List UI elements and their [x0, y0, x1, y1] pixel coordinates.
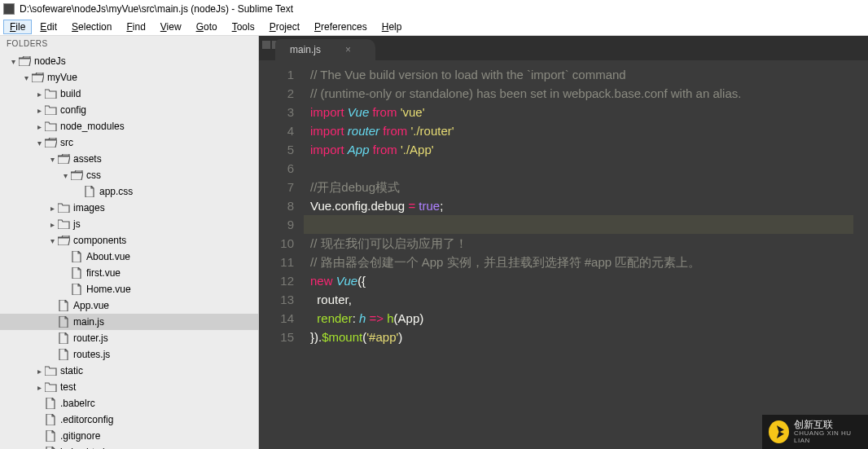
- folder-js[interactable]: ▸js: [0, 216, 258, 232]
- editor-pane: main.js × 123456789101112131415 // The V…: [259, 36, 868, 449]
- folder-test[interactable]: ▸test: [0, 379, 258, 395]
- file-icon: [57, 349, 70, 360]
- folder-icon: [44, 137, 57, 148]
- tree-label: myVue: [47, 72, 77, 83]
- code-line[interactable]: import App from './App': [310, 140, 868, 159]
- tree-label: .gitignore: [60, 430, 100, 442]
- tree-label: main.js: [73, 316, 104, 328]
- folder-components[interactable]: ▾components: [0, 232, 258, 249]
- code-line[interactable]: // (runtime-only or standalone) has been…: [310, 84, 868, 103]
- code-line[interactable]: [310, 159, 868, 178]
- folder-config[interactable]: ▸config: [0, 102, 258, 118]
- folder-static[interactable]: ▸static: [0, 363, 258, 379]
- menu-project[interactable]: Project: [263, 20, 306, 34]
- disclosure-arrow-icon[interactable]: ▸: [34, 383, 44, 392]
- disclosure-arrow-icon[interactable]: ▾: [47, 155, 57, 164]
- minimap[interactable]: [853, 60, 868, 449]
- folder-nodeJs[interactable]: ▾nodeJs: [0, 53, 258, 69]
- code-line[interactable]: Vue.config.debug = true;: [310, 196, 868, 215]
- disclosure-arrow-icon[interactable]: ▾: [47, 236, 57, 245]
- code-line[interactable]: //开启debug模式: [310, 178, 868, 196]
- menu-file[interactable]: File: [3, 20, 32, 34]
- tree-label: node_modules: [60, 121, 125, 132]
- line-gutter: 123456789101112131415: [259, 60, 304, 449]
- tree-label: config: [60, 104, 86, 116]
- file--gitignore[interactable]: .gitignore: [0, 428, 258, 444]
- tab-label: main.js: [290, 44, 321, 55]
- window-titlebar: D:\sofeware\nodeJs\myVue\src\main.js (no…: [0, 0, 868, 18]
- app-icon: [3, 3, 15, 15]
- folder-build[interactable]: ▸build: [0, 86, 258, 102]
- tab-bar: main.js ×: [259, 36, 868, 60]
- tree-label: images: [73, 202, 105, 213]
- disclosure-arrow-icon[interactable]: ▾: [60, 171, 70, 180]
- disclosure-arrow-icon[interactable]: ▾: [8, 57, 18, 66]
- menu-preferences[interactable]: Preferences: [308, 20, 374, 34]
- menu-view[interactable]: View: [154, 20, 188, 34]
- code-line[interactable]: // 现在我们可以启动应用了！: [310, 234, 868, 253]
- code-line[interactable]: new Vue({: [310, 271, 868, 290]
- file-Home-vue[interactable]: Home.vue: [0, 281, 258, 297]
- menu-find[interactable]: Find: [120, 20, 151, 34]
- folder-assets[interactable]: ▾assets: [0, 151, 258, 167]
- disclosure-arrow-icon[interactable]: ▸: [34, 90, 44, 99]
- menu-goto[interactable]: Goto: [190, 20, 224, 34]
- file--editorconfig[interactable]: .editorconfig: [0, 412, 258, 428]
- tree-label: About.vue: [86, 251, 130, 262]
- file-icon: [70, 251, 83, 262]
- code-line[interactable]: render: h => h(App): [310, 309, 868, 328]
- file-icon: [44, 398, 57, 409]
- folder-icon: [70, 169, 83, 181]
- file-icon: [44, 430, 57, 442]
- file-first-vue[interactable]: first.vue: [0, 265, 258, 281]
- disclosure-arrow-icon[interactable]: ▸: [47, 204, 57, 213]
- tree-label: js: [73, 218, 81, 230]
- disclosure-arrow-icon[interactable]: ▾: [34, 139, 44, 147]
- code-line[interactable]: [304, 215, 868, 234]
- code-line[interactable]: import router from './router': [310, 121, 868, 140]
- code-line[interactable]: router,: [310, 290, 868, 309]
- file-About-vue[interactable]: About.vue: [0, 249, 258, 265]
- code-content[interactable]: // The Vue build version to load with th…: [304, 60, 868, 449]
- menu-tools[interactable]: Tools: [226, 20, 261, 34]
- folder-css[interactable]: ▾css: [0, 167, 258, 183]
- folder-src[interactable]: ▾src: [0, 134, 258, 151]
- folder-images[interactable]: ▸images: [0, 200, 258, 216]
- folder-icon: [57, 153, 70, 165]
- folder-icon: [44, 88, 57, 99]
- disclosure-arrow-icon[interactable]: ▸: [34, 106, 44, 115]
- file-icon: [83, 186, 96, 197]
- tab-main-js[interactable]: main.js ×: [275, 39, 375, 60]
- file-index-html[interactable]: index.html: [0, 444, 258, 449]
- folder-icon: [31, 72, 44, 83]
- folder-icon: [57, 202, 70, 213]
- folder-myVue[interactable]: ▾myVue: [0, 69, 258, 86]
- menu-selection[interactable]: Selection: [65, 20, 118, 34]
- tab-left-icon[interactable]: [262, 41, 270, 49]
- code-area[interactable]: 123456789101112131415 // The Vue build v…: [259, 60, 868, 449]
- code-line[interactable]: // 路由器会创建一个 App 实例，并且挂载到选择符 #app 匹配的元素上。: [310, 253, 868, 271]
- close-icon[interactable]: ×: [345, 44, 351, 55]
- file-main-js[interactable]: main.js: [0, 314, 258, 330]
- code-line[interactable]: import Vue from 'vue': [310, 103, 868, 121]
- tree-label: nodeJs: [34, 55, 66, 67]
- sidebar: FOLDERS ▾nodeJs▾myVue▸build▸config▸node_…: [0, 36, 259, 449]
- disclosure-arrow-icon[interactable]: ▸: [34, 367, 44, 376]
- folder-icon: [57, 218, 70, 230]
- file-App-vue[interactable]: App.vue: [0, 297, 258, 314]
- disclosure-arrow-icon[interactable]: ▸: [47, 220, 57, 229]
- menu-edit[interactable]: Edit: [33, 20, 64, 34]
- tree-label: css: [86, 169, 101, 181]
- code-line[interactable]: // The Vue build version to load with th…: [310, 65, 868, 84]
- code-line[interactable]: }).$mount('#app'): [310, 328, 868, 346]
- tree-label: test: [60, 381, 76, 393]
- disclosure-arrow-icon[interactable]: ▸: [34, 122, 44, 131]
- file-router-js[interactable]: router.js: [0, 330, 258, 346]
- file-routes-js[interactable]: routes.js: [0, 346, 258, 363]
- file-icon: [57, 332, 70, 344]
- file-app-css[interactable]: app.css: [0, 183, 258, 200]
- disclosure-arrow-icon[interactable]: ▾: [21, 73, 31, 82]
- folder-node_modules[interactable]: ▸node_modules: [0, 118, 258, 134]
- menu-help[interactable]: Help: [375, 20, 409, 34]
- file--babelrc[interactable]: .babelrc: [0, 395, 258, 412]
